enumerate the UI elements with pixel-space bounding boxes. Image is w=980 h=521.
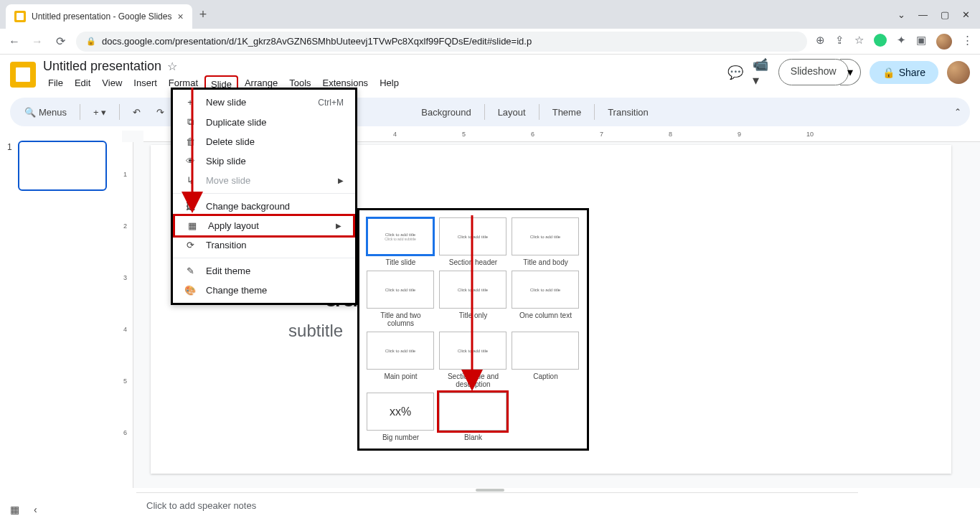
slides-favicon-icon xyxy=(14,11,26,22)
layout-big-number[interactable]: xx%Big number xyxy=(367,393,435,441)
transition-icon: ⟳ xyxy=(184,240,196,250)
layout-caption[interactable]: Caption xyxy=(512,332,580,388)
menu-file[interactable]: File xyxy=(43,75,68,93)
slideshow-dropdown[interactable]: ▾ xyxy=(840,59,861,85)
account-avatar[interactable] xyxy=(947,61,970,84)
layout-blank[interactable]: Blank xyxy=(439,393,507,441)
move-slide-icon: ↳ xyxy=(184,175,196,186)
filmstrip: 1 xyxy=(0,131,122,488)
menu-view[interactable]: View xyxy=(97,75,127,93)
minimize-icon[interactable]: — xyxy=(918,9,928,20)
collapse-toolbar-icon[interactable]: ⌃ xyxy=(954,107,961,117)
new-slide-button[interactable]: + ▾ xyxy=(88,104,112,121)
skip-slide-icon: 👁 xyxy=(184,156,196,166)
layout-one-column-text[interactable]: Click to add titleOne column text xyxy=(512,271,580,327)
forward-button: → xyxy=(30,34,44,49)
submenu-arrow-icon: ▶ xyxy=(336,222,341,230)
menu-item-edit-theme[interactable]: ✎Edit theme xyxy=(173,261,355,281)
layout-button[interactable]: Layout xyxy=(492,104,532,121)
layout-title-and-two-columns[interactable]: Click to add titleTitle and two columns xyxy=(367,271,435,327)
zoom-icon[interactable]: ⊕ xyxy=(816,34,825,50)
bookmark-icon[interactable]: ☆ xyxy=(854,34,864,50)
layout-title-and-body[interactable]: Click to add titleTitle and body xyxy=(512,217,580,266)
sidepanel-icon[interactable]: ▣ xyxy=(916,34,926,50)
back-button[interactable]: ← xyxy=(7,34,22,49)
delete-slide-icon: 🗑 xyxy=(184,136,196,147)
new-tab-button[interactable]: + xyxy=(199,7,207,22)
apply-layout-icon: ▦ xyxy=(187,220,198,231)
menu-item-delete-slide[interactable]: 🗑Delete slide xyxy=(173,132,355,151)
menu-insert[interactable]: Insert xyxy=(128,75,162,93)
duplicate-slide-icon: ⧉ xyxy=(184,116,196,128)
background-button[interactable]: Background xyxy=(415,104,476,121)
menu-item-new-slide[interactable]: +New slideCtrl+M xyxy=(173,93,355,112)
extension-icon[interactable] xyxy=(874,34,887,47)
new-slide-icon: + xyxy=(184,97,196,108)
chevron-down-icon[interactable]: ⌄ xyxy=(897,9,905,20)
slide-menu-dropdown: +New slideCtrl+M⧉Duplicate slide🗑Delete … xyxy=(171,88,357,305)
doc-title[interactable]: Untitled presentation xyxy=(43,59,161,74)
meet-icon[interactable]: 📹▾ xyxy=(753,64,770,81)
comments-icon[interactable]: 💬 xyxy=(727,64,744,81)
menus-search-button[interactable]: 🔍 Menus xyxy=(19,104,72,121)
menu-item-change-background[interactable]: 🖼Change background xyxy=(173,197,355,216)
layout-section-header[interactable]: Click to add titleSection header xyxy=(439,217,507,266)
menu-edit[interactable]: Edit xyxy=(70,75,95,93)
menu-item-move-slide: ↳Move slide▶ xyxy=(173,171,355,190)
maximize-icon[interactable]: ▢ xyxy=(941,9,949,20)
change-background-icon: 🖼 xyxy=(184,201,196,212)
menu-item-duplicate-slide[interactable]: ⧉Duplicate slide xyxy=(173,112,355,132)
profile-avatar[interactable] xyxy=(936,34,952,50)
layout-title-slide[interactable]: Click to add titleClick to add subtitleT… xyxy=(367,217,435,266)
browser-tab[interactable]: Untitled presentation - Google Slides × xyxy=(6,4,192,29)
apply-layout-panel: Click to add titleClick to add subtitleT… xyxy=(357,208,589,451)
menu-item-skip-slide[interactable]: 👁Skip slide xyxy=(173,151,355,171)
star-icon[interactable]: ☆ xyxy=(167,60,177,73)
explore-icon[interactable]: ‹ xyxy=(34,504,37,515)
share-button[interactable]: 🔒 Share xyxy=(870,61,938,84)
layout-title-only[interactable]: Click to add titleTitle only xyxy=(439,271,507,327)
redo-button[interactable]: ↷ xyxy=(151,104,170,121)
close-tab-icon[interactable]: × xyxy=(177,11,183,22)
change-theme-icon: 🎨 xyxy=(184,285,196,296)
theme-button[interactable]: Theme xyxy=(547,104,587,121)
menu-item-apply-layout[interactable]: ▦Apply layout▶ xyxy=(173,214,355,238)
grid-view-icon[interactable]: ▦ xyxy=(10,504,19,515)
slideshow-button[interactable]: Slideshow xyxy=(778,59,849,85)
submenu-arrow-icon: ▶ xyxy=(338,177,344,184)
reload-button[interactable]: ⟳ xyxy=(53,34,67,49)
undo-button[interactable]: ↶ xyxy=(127,104,146,121)
chrome-menu-icon[interactable]: ⋮ xyxy=(962,34,973,50)
lock-icon: 🔒 xyxy=(86,37,96,46)
menu-help[interactable]: Help xyxy=(374,75,404,93)
edit-theme-icon: ✎ xyxy=(184,266,196,276)
slide-thumbnail[interactable] xyxy=(18,141,107,191)
layout-main-point[interactable]: Click to add titleMain point xyxy=(367,332,435,388)
close-window-icon[interactable]: ✕ xyxy=(962,9,970,20)
toolbar: 🔍 Menus + ▾ ↶ ↷ 🖨 🖌 Background Layout Th… xyxy=(10,98,970,126)
lock-icon: 🔒 xyxy=(882,67,895,78)
share-url-icon[interactable]: ⇪ xyxy=(835,34,844,50)
transition-button[interactable]: Transition xyxy=(602,104,654,121)
speaker-notes[interactable]: Click to add speaker notes xyxy=(136,492,858,518)
extensions-icon[interactable]: ✦ xyxy=(897,34,906,50)
layout-section-title-and-description[interactable]: Click to add titleSection title and desc… xyxy=(439,332,507,388)
ruler-vertical: 123456 xyxy=(122,142,133,488)
slide-number: 1 xyxy=(7,142,12,191)
url-text: docs.google.com/presentation/d/1K_gkrz8A… xyxy=(102,36,532,47)
menu-item-change-theme[interactable]: 🎨Change theme xyxy=(173,281,355,300)
menu-item-transition[interactable]: ⟳Transition xyxy=(173,235,355,255)
address-bar[interactable]: 🔒 docs.google.com/presentation/d/1K_gkrz… xyxy=(76,32,807,52)
notes-resize-handle[interactable] xyxy=(476,489,504,492)
slides-logo-icon[interactable] xyxy=(10,62,36,88)
tab-title: Untitled presentation - Google Slides xyxy=(32,11,171,22)
